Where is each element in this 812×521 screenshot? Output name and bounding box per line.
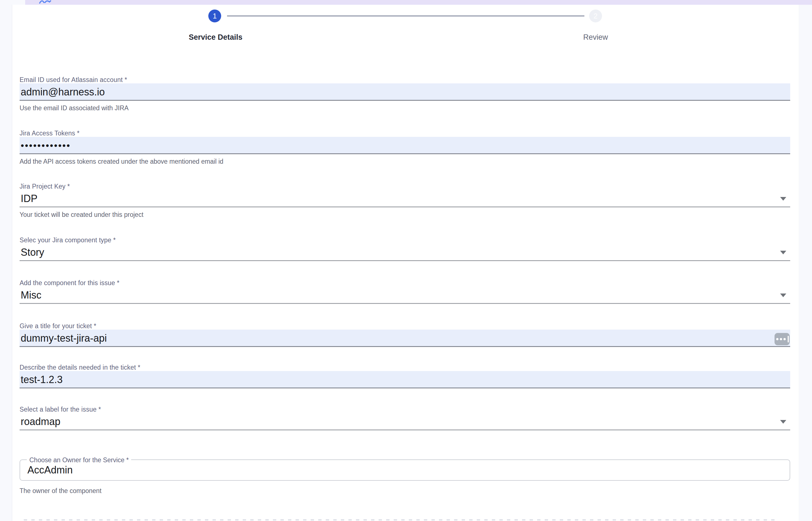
email-value: admin@harness.io <box>20 83 790 101</box>
issue-label-select[interactable]: roadmap <box>20 413 790 430</box>
field-jira-access-tokens: Jira Access Tokens * •••••••••••• Add th… <box>20 130 790 165</box>
field-email: Email ID used for Atlassain account * ad… <box>20 76 790 112</box>
ticket-title-value: dummy-test-jira-api <box>20 330 790 347</box>
autofill-dot <box>780 338 782 340</box>
field-ticket-description: Describe the details needed in the ticke… <box>20 364 790 388</box>
autofill-dot <box>784 338 786 340</box>
autofill-dot <box>776 338 779 340</box>
step-connector-line <box>227 15 584 17</box>
page: 1 2 Service Details Review Email ID used… <box>0 0 812 521</box>
top-strip-gap <box>0 0 25 5</box>
field-jira-project-key: Jira Project Key * IDP Your ticket will … <box>20 183 790 219</box>
email-helper: Use the email ID associated with JIRA <box>20 104 790 112</box>
tokens-input[interactable]: •••••••••••• <box>20 137 790 154</box>
email-label: Email ID used for Atlassain account * <box>20 76 790 83</box>
chevron-down-icon <box>780 294 786 297</box>
step-2-label: Review <box>540 33 651 42</box>
field-issue-component: Add the component for this issue * Misc <box>20 279 790 304</box>
field-jira-component-type: Selec your Jira component type * Story <box>20 236 790 261</box>
clipped-content-fragment <box>24 519 779 520</box>
issue-component-value: Misc <box>20 287 790 304</box>
left-gutter <box>0 5 12 521</box>
service-owner-input[interactable]: Choose an Owner for the Service * AccAdm… <box>20 459 790 481</box>
field-issue-label: Select a label for the issue * roadmap <box>20 406 790 430</box>
step-1-label: Service Details <box>160 33 271 42</box>
component-type-value: Story <box>20 244 790 261</box>
service-owner-value: AccAdmin <box>20 460 790 480</box>
ticket-description-value: test-1.2.3 <box>20 371 790 388</box>
ticket-description-input[interactable]: test-1.2.3 <box>20 371 790 388</box>
issue-component-select[interactable]: Misc <box>20 287 790 304</box>
tokens-value: •••••••••••• <box>20 137 790 154</box>
step-2-circle[interactable]: 2 <box>589 9 602 22</box>
project-key-label: Jira Project Key * <box>20 183 790 190</box>
chevron-down-icon <box>780 420 786 424</box>
issue-component-label: Add the component for this issue * <box>20 279 790 287</box>
email-input[interactable]: admin@harness.io <box>20 83 790 101</box>
tokens-label: Jira Access Tokens * <box>20 130 790 137</box>
ticket-title-label: Give a title for your ticket * <box>20 322 790 330</box>
project-key-helper: Your ticket will be created under this p… <box>20 211 790 219</box>
chevron-down-icon <box>780 251 786 254</box>
issue-label-label: Select a label for the issue * <box>20 406 790 413</box>
partial-logo-icon <box>39 0 51 4</box>
ticket-title-input[interactable]: dummy-test-jira-api <box>20 330 790 347</box>
project-key-select[interactable]: IDP <box>20 190 790 207</box>
component-type-label: Selec your Jira component type * <box>20 236 790 244</box>
field-ticket-title: Give a title for your ticket * dummy-tes… <box>20 322 790 347</box>
issue-label-value: roadmap <box>20 413 790 430</box>
autofill-caret <box>788 336 789 342</box>
service-owner-label: Choose an Owner for the Service * <box>27 456 131 463</box>
field-service-owner: Choose an Owner for the Service * AccAdm… <box>20 459 790 495</box>
tokens-helper: Add the API access tokens created under … <box>20 158 790 165</box>
top-banner-strip <box>0 0 812 5</box>
project-key-value: IDP <box>20 190 790 207</box>
component-type-select[interactable]: Story <box>20 244 790 261</box>
right-gutter <box>799 5 812 521</box>
service-owner-helper: The owner of the component <box>20 487 790 495</box>
chevron-down-icon <box>780 197 786 201</box>
ticket-description-label: Describe the details needed in the ticke… <box>20 364 790 371</box>
autofill-badge-icon[interactable] <box>774 333 790 345</box>
step-1-circle[interactable]: 1 <box>208 9 221 22</box>
